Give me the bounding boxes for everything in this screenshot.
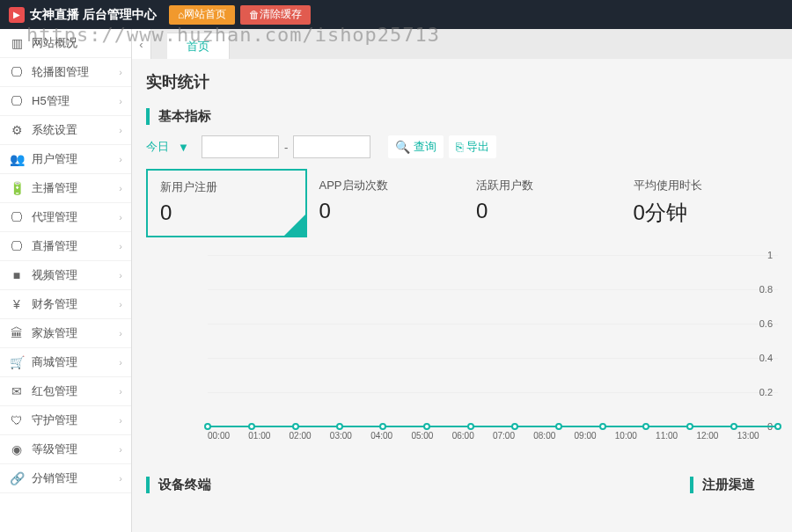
sidebar-item-12[interactable]: ✉红包管理› xyxy=(0,377,131,406)
sidebar-item-label: 家族管理 xyxy=(32,325,119,341)
search-icon: 🔍 xyxy=(395,140,410,154)
x-tick: 04:00 xyxy=(370,431,411,448)
sidebar-item-label: 分销管理 xyxy=(32,470,119,486)
stat-value: 0 xyxy=(319,199,452,223)
filter-row: 今日 ▼ - 🔍查询 ⎘导出 xyxy=(146,135,778,158)
video-icon: ■ xyxy=(9,268,25,282)
tab-bar: ‹ 首页 xyxy=(132,29,792,59)
sidebar-item-label: 守护管理 xyxy=(32,412,119,428)
y-tick: 0.2 xyxy=(759,387,773,397)
export-button[interactable]: ⎘导出 xyxy=(449,135,496,158)
chevron-right-icon: › xyxy=(119,241,122,251)
date-to-input[interactable] xyxy=(293,135,370,158)
chevron-right-icon: › xyxy=(119,125,122,135)
chevron-right-icon: › xyxy=(119,270,122,281)
caret-down-icon[interactable]: ▼ xyxy=(178,141,189,154)
sidebar-item-label: 系统设置 xyxy=(32,122,119,138)
top-header: ▶ 女神直播 后台管理中心 ⌂网站首页 🗑清除缓存 xyxy=(0,0,792,29)
chevron-right-icon: › xyxy=(119,357,122,368)
sidebar-item-label: 用户管理 xyxy=(32,151,119,167)
chevron-right-icon: › xyxy=(119,299,122,310)
share-icon: 🔗 xyxy=(9,471,25,485)
sidebar-item-label: 等级管理 xyxy=(32,441,119,457)
sidebar-item-1[interactable]: 🖵轮播图管理› xyxy=(0,58,131,87)
y-tick: 0.8 xyxy=(759,284,773,295)
sidebar-item-label: H5管理 xyxy=(32,93,119,109)
range-dropdown[interactable]: 今日 xyxy=(146,139,169,155)
data-point xyxy=(336,423,343,430)
sidebar-item-label: 直播管理 xyxy=(32,238,119,254)
monitor2-icon: 🖵 xyxy=(9,239,25,253)
stat-card-1[interactable]: APP启动次数0 xyxy=(307,169,465,237)
sidebar-item-7[interactable]: 🖵直播管理› xyxy=(0,232,131,261)
stat-card-0[interactable]: 新用户注册0 xyxy=(146,169,307,237)
sidebar-item-label: 代理管理 xyxy=(32,209,119,225)
stat-value: 0 xyxy=(160,200,293,225)
sidebar-item-4[interactable]: 👥用户管理› xyxy=(0,145,131,174)
x-tick: 08:00 xyxy=(533,431,574,448)
sidebar-item-label: 网站概况 xyxy=(32,35,122,51)
sidebar-item-3[interactable]: ⚙系统设置› xyxy=(0,116,131,145)
sidebar-item-8[interactable]: ■视频管理› xyxy=(0,261,131,290)
cogs-icon: ⚙ xyxy=(9,123,25,137)
sidebar-item-0[interactable]: ▥网站概况 xyxy=(0,29,131,58)
stat-label: 活跃用户数 xyxy=(476,178,609,193)
tab-home[interactable]: 首页 xyxy=(167,33,230,59)
home-button[interactable]: ⌂网站首页 xyxy=(169,5,235,25)
sidebar-item-11[interactable]: 🛒商城管理› xyxy=(0,348,131,377)
users-icon: 👥 xyxy=(9,152,25,166)
data-point xyxy=(599,423,606,430)
chevron-right-icon: › xyxy=(119,154,122,164)
stat-card-3[interactable]: 平均使用时长0分钟 xyxy=(621,169,779,237)
main-area: ‹ 首页 实时统计 基本指标 今日 ▼ - 🔍查询 ⎘导出 新用户注册0APP启… xyxy=(132,29,792,532)
x-tick: 11:00 xyxy=(656,431,696,448)
sidebar-item-13[interactable]: 🛡守护管理› xyxy=(0,406,131,435)
sidebar-item-label: 红包管理 xyxy=(32,383,119,399)
section-basic: 基本指标 xyxy=(146,108,778,125)
x-tick: 02:00 xyxy=(290,431,330,448)
data-point xyxy=(730,423,737,430)
data-point xyxy=(774,423,781,430)
stat-label: 新用户注册 xyxy=(160,179,293,195)
chevron-right-icon: › xyxy=(119,444,122,455)
tab-scroll-left[interactable]: ‹ xyxy=(132,29,151,59)
stat-label: APP启动次数 xyxy=(319,178,452,193)
data-point xyxy=(555,423,562,430)
query-button[interactable]: 🔍查询 xyxy=(388,135,444,158)
sidebar: ▥网站概况🖵轮播图管理›🖵H5管理›⚙系统设置›👥用户管理›🔋主播管理›🖵代理管… xyxy=(0,29,132,532)
sidebar-item-15[interactable]: 🔗分销管理› xyxy=(0,464,131,493)
stat-card-2[interactable]: 活跃用户数0 xyxy=(464,169,621,237)
sidebar-item-10[interactable]: 🏛家族管理› xyxy=(0,319,131,348)
data-point xyxy=(686,423,693,430)
stat-label: 平均使用时长 xyxy=(634,178,766,193)
sidebar-item-5[interactable]: 🔋主播管理› xyxy=(0,174,131,203)
sidebar-item-14[interactable]: ◉等级管理› xyxy=(0,435,131,464)
sidebar-item-2[interactable]: 🖵H5管理› xyxy=(0,87,131,116)
data-point xyxy=(467,423,474,430)
sidebar-item-9[interactable]: ¥财务管理› xyxy=(0,290,131,319)
export-icon: ⎘ xyxy=(456,140,463,154)
data-point xyxy=(423,423,430,430)
stat-grid: 新用户注册0APP启动次数0活跃用户数0平均使用时长0分钟 xyxy=(146,169,778,237)
sidebar-item-label: 视频管理 xyxy=(32,267,119,283)
id-card-icon: 🔋 xyxy=(9,181,25,195)
y-tick: 1 xyxy=(767,250,773,260)
x-tick: 09:00 xyxy=(575,431,615,448)
chevron-right-icon: › xyxy=(119,386,122,397)
x-tick: 06:00 xyxy=(452,431,493,448)
app-title: 女神直播 后台管理中心 xyxy=(30,7,157,23)
page-title: 实时统计 xyxy=(146,71,778,92)
chevron-right-icon: › xyxy=(119,183,122,193)
sidebar-item-6[interactable]: 🖵代理管理› xyxy=(0,203,131,232)
data-point xyxy=(292,423,299,430)
desktop-icon: 🖵 xyxy=(9,65,25,79)
cart-icon: 🛒 xyxy=(9,355,25,369)
section-channel: 注册渠道 xyxy=(690,477,778,493)
clear-cache-button[interactable]: 🗑清除缓存 xyxy=(240,5,311,25)
data-point xyxy=(379,423,386,430)
section-device: 设备终端 xyxy=(146,477,664,493)
yen-icon: ¥ xyxy=(9,297,25,311)
x-tick: 10:00 xyxy=(615,431,656,448)
date-from-input[interactable] xyxy=(202,135,279,158)
x-tick: 03:00 xyxy=(330,431,370,448)
